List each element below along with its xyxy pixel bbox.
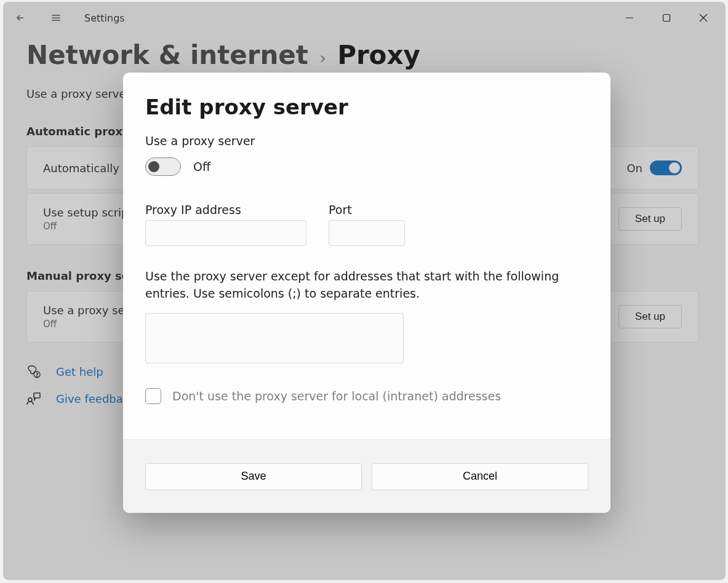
- use-proxy-toggle-state: Off: [193, 160, 210, 173]
- edit-proxy-dialog: Edit proxy server Use a proxy server Off…: [123, 73, 610, 513]
- local-bypass-label: Don't use the proxy server for local (in…: [172, 389, 501, 403]
- dialog-title: Edit proxy server: [145, 95, 588, 119]
- exclude-addresses-input[interactable]: [145, 313, 404, 363]
- save-button[interactable]: Save: [145, 463, 362, 490]
- use-proxy-label: Use a proxy server: [145, 134, 588, 148]
- proxy-port-input[interactable]: [329, 220, 405, 246]
- proxy-ip-input[interactable]: [145, 220, 306, 246]
- proxy-port-label: Port: [329, 203, 405, 216]
- local-bypass-checkbox[interactable]: [145, 388, 161, 404]
- use-proxy-toggle[interactable]: [145, 157, 181, 176]
- proxy-ip-label: Proxy IP address: [145, 203, 306, 216]
- dialog-footer: Save Cancel: [123, 439, 610, 513]
- exclude-help-text: Use the proxy server except for addresse…: [145, 268, 588, 302]
- cancel-button[interactable]: Cancel: [372, 463, 588, 490]
